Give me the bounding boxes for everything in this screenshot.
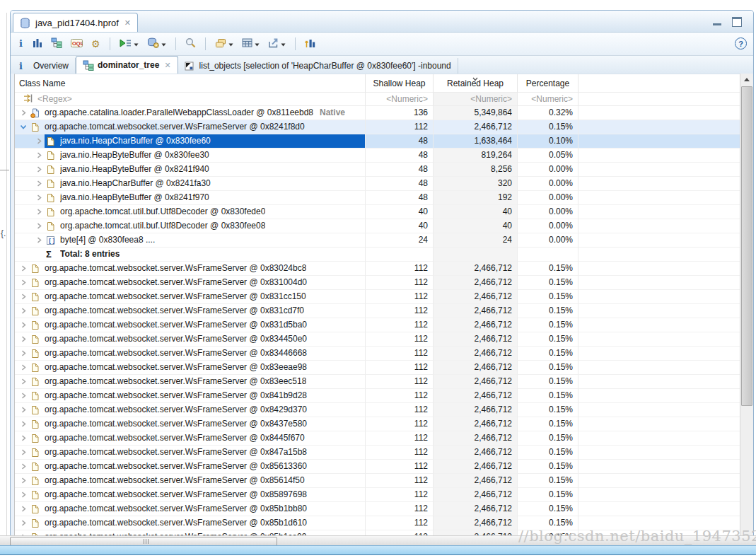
chevron-right-icon[interactable] bbox=[18, 488, 29, 501]
chevron-right-icon[interactable] bbox=[18, 106, 29, 120]
table-row[interactable]: java.nio.HeapByteBuffer @ 0x8241f940488,… bbox=[15, 163, 740, 177]
chevron-right-icon[interactable] bbox=[18, 516, 29, 530]
column-header-percentage[interactable]: Percentage bbox=[518, 74, 578, 93]
table-row[interactable]: org.apache.tomcat.websocket.server.WsFra… bbox=[15, 120, 740, 134]
chevron-right-icon[interactable] bbox=[33, 205, 45, 219]
dropdown-arrow-icon[interactable] bbox=[228, 39, 233, 49]
object-icon bbox=[46, 207, 57, 217]
search-button[interactable] bbox=[184, 36, 197, 52]
grouping-button[interactable] bbox=[214, 36, 235, 52]
chevron-right-icon[interactable] bbox=[18, 332, 29, 346]
chevron-right-icon[interactable] bbox=[18, 262, 29, 275]
dropdown-arrow-icon[interactable] bbox=[134, 39, 139, 49]
column-header-retained-heap[interactable]: Retained Heap bbox=[434, 74, 518, 93]
chevron-right-icon[interactable] bbox=[18, 460, 29, 473]
vertical-scrollbar[interactable] bbox=[740, 74, 753, 535]
table-row[interactable]: java.nio.HeapByteBuffer @ 0x830fee304881… bbox=[15, 149, 740, 163]
chevron-right-icon[interactable] bbox=[18, 304, 29, 318]
dominator-tree-button[interactable] bbox=[50, 36, 64, 52]
heap-queries-button[interactable] bbox=[146, 36, 168, 52]
table-row[interactable]: java.nio.HeapByteBuffer @ 0x8241f9704819… bbox=[15, 191, 740, 205]
result-tab-bar: i Overview dominator_tree ✕ list_objects… bbox=[11, 56, 753, 74]
column-header-class-name[interactable]: Class Name bbox=[15, 74, 366, 93]
filter-retained-heap[interactable]: <Numeric> bbox=[434, 93, 518, 106]
tab-list-objects[interactable]: list_objects [selection of 'HeapCharBuff… bbox=[178, 58, 458, 74]
column-header-shallow-heap[interactable]: Shallow Heap bbox=[366, 74, 434, 93]
dropdown-arrow-icon[interactable] bbox=[255, 39, 260, 49]
table-row[interactable]: org.apache.tomcat.websocket.server.WsFra… bbox=[15, 304, 740, 318]
tab-close-icon[interactable]: ✕ bbox=[164, 61, 170, 70]
minimize-icon[interactable] bbox=[713, 23, 721, 25]
tab-overview[interactable]: i Overview bbox=[12, 58, 76, 74]
chevron-right-icon[interactable] bbox=[18, 276, 29, 289]
filter-shallow-heap[interactable]: <Numeric> bbox=[366, 93, 434, 106]
table-row[interactable]: org.apache.tomcat.websocket.server.WsFra… bbox=[15, 431, 740, 446]
histogram-button[interactable] bbox=[31, 36, 44, 52]
chevron-down-icon[interactable] bbox=[18, 120, 29, 134]
dropdown-arrow-icon[interactable] bbox=[161, 39, 166, 49]
table-row[interactable]: org.apache.tomcat.websocket.server.WsFra… bbox=[15, 389, 740, 403]
vertical-scrollbar-thumb[interactable] bbox=[741, 86, 752, 406]
editor-tab-heapdump[interactable]: java_pid17404.hprof ✕ bbox=[13, 13, 138, 32]
table-row[interactable]: org.apache.tomcat.websocket.server.WsFra… bbox=[15, 276, 740, 290]
chevron-right-icon[interactable] bbox=[18, 431, 29, 445]
chevron-right-icon[interactable] bbox=[18, 318, 29, 332]
table-row[interactable]: org.apache.tomcat.websocket.server.WsFra… bbox=[15, 502, 740, 516]
filter-percentage[interactable]: <Numeric> bbox=[518, 93, 578, 106]
chevron-right-icon[interactable] bbox=[33, 177, 45, 190]
chevron-right-icon[interactable] bbox=[18, 502, 29, 516]
chevron-right-icon[interactable] bbox=[33, 134, 45, 148]
table-row[interactable]: org.apache.tomcat.util.buf.Utf8Decoder @… bbox=[15, 219, 740, 233]
object-label: org.apache.tomcat.util.buf.Utf8Decoder @… bbox=[60, 205, 265, 219]
chevron-right-icon[interactable] bbox=[33, 149, 45, 162]
table-row[interactable]: org.apache.tomcat.websocket.server.WsFra… bbox=[15, 403, 740, 417]
table-row[interactable]: org.apache.tomcat.websocket.server.WsFra… bbox=[15, 474, 740, 488]
chevron-right-icon[interactable] bbox=[33, 233, 45, 247]
table-row[interactable]: org.apache.tomcat.websocket.server.WsFra… bbox=[15, 318, 740, 332]
table-row[interactable]: org.apache.tomcat.websocket.server.WsFra… bbox=[15, 361, 740, 375]
chevron-right-icon[interactable] bbox=[18, 347, 29, 360]
oql-button[interactable]: OQL bbox=[69, 36, 84, 52]
table-row[interactable]: org.apache.tomcat.websocket.server.WsFra… bbox=[15, 417, 740, 431]
info-button[interactable]: i bbox=[17, 36, 25, 52]
table-row[interactable]: org.apache.tomcat.websocket.server.WsFra… bbox=[15, 460, 740, 474]
table-row[interactable]: org.apache.catalina.loader.ParallelWebap… bbox=[15, 106, 740, 120]
chevron-right-icon[interactable] bbox=[33, 219, 45, 233]
dropdown-arrow-icon[interactable] bbox=[281, 39, 286, 49]
chevron-right-icon[interactable] bbox=[18, 446, 29, 459]
help-button[interactable]: ? bbox=[735, 37, 747, 50]
chevron-right-icon[interactable] bbox=[18, 389, 29, 402]
table-row[interactable]: org.apache.tomcat.util.buf.Utf8Decoder @… bbox=[15, 205, 740, 219]
table-row[interactable]: org.apache.tomcat.websocket.server.WsFra… bbox=[15, 446, 740, 460]
chevron-right-icon[interactable] bbox=[33, 191, 45, 204]
table-row[interactable]: []byte[4] @ 0x830feea8 ....24240.00% bbox=[15, 233, 740, 248]
table-row[interactable]: ΣTotal: 8 entries bbox=[15, 248, 740, 262]
table-row[interactable]: org.apache.tomcat.websocket.server.WsFra… bbox=[15, 375, 740, 389]
chevron-right-icon[interactable] bbox=[33, 163, 45, 176]
chevron-right-icon[interactable] bbox=[18, 474, 29, 487]
tab-dominator-tree[interactable]: dominator_tree ✕ bbox=[76, 56, 178, 74]
table-row[interactable]: org.apache.tomcat.websocket.server.WsFra… bbox=[15, 290, 740, 304]
chevron-right-icon[interactable] bbox=[18, 403, 29, 417]
chevron-right-icon[interactable] bbox=[18, 375, 29, 388]
table-row[interactable]: org.apache.tomcat.websocket.server.WsFra… bbox=[15, 332, 740, 347]
run-expert-report-button[interactable] bbox=[118, 36, 140, 52]
table-row[interactable]: java.nio.HeapCharBuffer @ 0x830fee60481,… bbox=[15, 134, 740, 149]
chevron-right-icon[interactable] bbox=[18, 290, 29, 303]
table-row[interactable]: org.apache.tomcat.websocket.server.WsFra… bbox=[15, 262, 740, 276]
filter-class-name[interactable]: <Regex> bbox=[15, 93, 366, 106]
object-icon bbox=[30, 391, 42, 401]
table-row[interactable]: java.nio.HeapCharBuffer @ 0x8241fa304832… bbox=[15, 177, 740, 191]
customize-button[interactable]: ⚙ bbox=[90, 36, 102, 52]
table-row[interactable]: org.apache.tomcat.websocket.server.WsFra… bbox=[15, 347, 740, 361]
chevron-right-icon[interactable] bbox=[18, 530, 29, 535]
chevron-right-icon[interactable] bbox=[18, 417, 29, 431]
table-row[interactable]: org.apache.tomcat.websocket.server.WsFra… bbox=[15, 488, 740, 502]
compare-button[interactable] bbox=[303, 36, 317, 52]
maximize-icon[interactable] bbox=[732, 17, 742, 27]
editor-tab-close-icon[interactable]: ✕ bbox=[124, 18, 131, 28]
scroll-up-icon[interactable] bbox=[740, 74, 753, 85]
calculate-retained-size-button[interactable] bbox=[240, 36, 261, 52]
export-button[interactable] bbox=[267, 36, 287, 52]
chevron-right-icon[interactable] bbox=[18, 361, 29, 374]
